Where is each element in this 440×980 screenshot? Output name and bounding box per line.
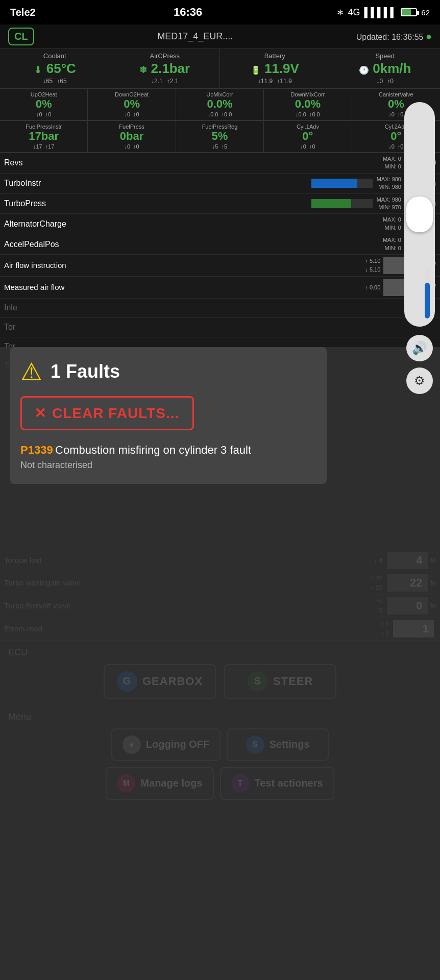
data-row-inlet: Inle [0, 299, 440, 318]
updated-dot: ● [426, 31, 432, 42]
status-icons: ∗ 4G ▌▌▌▌▌ 62 [336, 7, 430, 18]
battery-pct: 62 [421, 8, 430, 17]
sensor-fuelpressreg: FuelPressReg 5% ↓5↑5 [176, 121, 264, 153]
sensor-fuelressinstr: FuelPressInstr 17bar ↓17↑17 [0, 121, 88, 153]
data-row-accelpedalpos: AccelPedalPos MAX: 0MIN: 0 [0, 234, 440, 255]
fault-detail: P1339 Combustion misfiring on cylinder 3… [20, 438, 316, 476]
scroll-thumb[interactable] [406, 197, 433, 232]
gear-icon: ⚙ [414, 374, 425, 388]
warning-icon: ⚠ [20, 357, 42, 386]
sensor-row-2: UpO2Heat 0% ↓0↑0 DownO2Heat 0% ↓0↑0 UpMi… [0, 89, 440, 121]
volume-icon: 🔊 [412, 341, 427, 355]
fault-description: Combustion misfiring on cylinder 3 fault [55, 444, 251, 456]
ecu-updated: Updated: 16:36:55 ● [356, 31, 432, 42]
clear-x-icon: ✕ [34, 405, 46, 422]
right-panel: 🔊 ⚙ [399, 102, 440, 394]
sensor-speed: Speed 🕐 0km/h ↓0↑0 [330, 49, 441, 88]
volume-track [425, 267, 430, 318]
clear-faults-label: CLEAR FAULTS... [52, 405, 179, 422]
sensor-aircpress: AirCPress ❄ 2.1bar ↓2.1↑2.1 [110, 49, 221, 88]
fault-count-title: 1 Faults [51, 361, 120, 382]
sensor-upmixcorr: UpMixCorr 0.0% ↓0.0↑0.0 [176, 89, 264, 120]
carrier-time: Tele2 [10, 7, 36, 18]
sensor-row-3: FuelPressInstr 17bar ↓17↑17 FuelPress 0b… [0, 121, 440, 153]
data-row-turboinstr: TurboInstr MAX: 980MIN: 980 980m [0, 174, 440, 194]
sensor-downo2heat: DownO2Heat 0% ↓0↑0 [88, 89, 176, 120]
data-row-tor1: Tor [0, 318, 440, 337]
sensor-row-1: Coolant 🌡 65°C ↓65↑65 AirCPress ❄ 2.1bar… [0, 49, 440, 89]
status-bar: Tele2 16:36 ∗ 4G ▌▌▌▌▌ 62 [0, 0, 440, 24]
fault-sub: Not characterised [20, 460, 316, 471]
gear-settings-button[interactable]: ⚙ [406, 368, 433, 394]
bluetooth-icon: ∗ [336, 7, 344, 18]
signal-bars: ▌▌▌▌▌ [364, 7, 397, 18]
turboinstr-bar [311, 179, 373, 188]
airflow-row-measured: Measured air flow ↑ 0.00 0.0 kg/ [0, 277, 440, 299]
clear-faults-button[interactable]: ✕ CLEAR FAULTS... [20, 396, 194, 430]
sensor-cyl1adv: Cyl.1Adv 0° ↓0↑0 [264, 121, 352, 153]
fault-dialog: ⚠ 1 Faults ✕ CLEAR FAULTS... P1339 Combu… [10, 347, 327, 484]
fault-code: P1339 [20, 444, 53, 456]
ecu-model: MED17_4_EUR.... [157, 31, 233, 42]
data-row-alternator: AlternatorCharge MAX: 0MIN: 0 [0, 214, 440, 234]
sensor-fuelpress: FuelPress 0bar ↓0↑0 [88, 121, 176, 153]
data-table: Revs MAX: 0MIN: 0 0 TurboInstr MAX: 980M… [0, 153, 440, 376]
sensor-battery: Battery 🔋 11.9V ↓11.9↑11.9 [220, 49, 330, 88]
volume-button[interactable]: 🔊 [406, 335, 433, 361]
airflow-row-instruction: Air flow instruction ↑ 5.10↓ 5.10 5.1 kg… [0, 255, 440, 277]
sensor-downmixcorr: DownMixCorr 0.0% ↓0.0↑0.0 [264, 89, 352, 120]
time: 16:36 [174, 6, 202, 19]
sensor-coolant: Coolant 🌡 65°C ↓65↑65 [0, 49, 110, 88]
scroll-track[interactable] [404, 102, 435, 327]
data-row-turbopress: TurboPress MAX: 980MIN: 970 970m [0, 194, 440, 214]
turbopress-bar [311, 199, 373, 208]
sensor-upo2heat: UpO2Heat 0% ↓0↑0 [0, 89, 88, 120]
ecu-header: CL MED17_4_EUR.... Updated: 16:36:55 ● [0, 24, 440, 49]
network-icon: 4G [348, 7, 360, 18]
volume-fill [425, 283, 430, 318]
ecu-badge[interactable]: CL [8, 28, 34, 45]
battery-icon [401, 8, 417, 16]
data-row-revs: Revs MAX: 0MIN: 0 0 [0, 153, 440, 174]
